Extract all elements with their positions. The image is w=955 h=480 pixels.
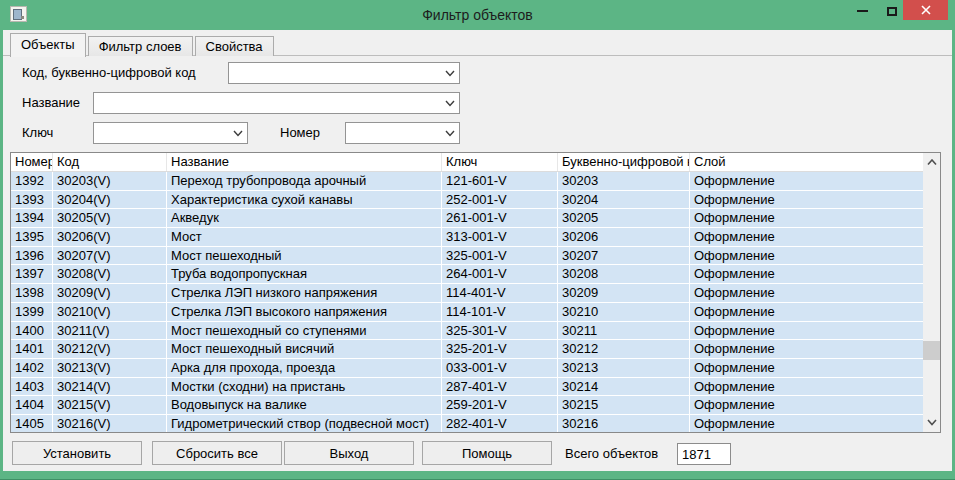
total-objects-input[interactable] (677, 443, 731, 465)
table-cell: Оформление (690, 359, 923, 377)
close-button[interactable] (903, 0, 948, 20)
table-cell: 325-301-V (442, 322, 558, 340)
table-cell: Переход трубопровода арочный (167, 172, 442, 190)
table-row[interactable]: 139330204(V)Характеристика сухой канавы2… (11, 191, 923, 210)
chevron-down-icon (927, 419, 937, 426)
maximize-button[interactable] (878, 2, 906, 20)
table-cell: 30208(V) (53, 265, 167, 283)
table-cell: Оформление (690, 247, 923, 265)
table-cell: Характеристика сухой канавы (167, 191, 442, 209)
table-cell: 252-001-V (442, 191, 558, 209)
table-cell: Оформление (690, 396, 923, 414)
table-cell: 1400 (11, 322, 53, 340)
table-cell: 033-001-V (442, 359, 558, 377)
column-header[interactable]: Код (53, 153, 167, 171)
table-cell: 30210(V) (53, 303, 167, 321)
dropdown-arrow-icon[interactable] (445, 100, 455, 107)
table-cell: Мост (167, 228, 442, 246)
key-filter-combo[interactable] (93, 122, 248, 144)
table-cell: Оформление (690, 303, 923, 321)
exit-button[interactable]: Выход (284, 441, 414, 465)
table-cell: 30213 (558, 359, 690, 377)
scroll-down-button[interactable] (923, 414, 940, 431)
table-cell: Оформление (690, 378, 923, 396)
table-row[interactable]: 139930210(V)Стрелка ЛЭП высокого напряже… (11, 303, 923, 322)
column-header[interactable]: Номер (11, 153, 53, 171)
total-objects-label: Всего объектов (565, 446, 658, 461)
table-cell: 30206 (558, 228, 690, 246)
table-row[interactable]: 140530216(V)Гидрометрический створ (подв… (11, 415, 923, 432)
table-row[interactable]: 139530206(V)Мост313-001-V30206Оформление (11, 228, 923, 247)
code-filter-input[interactable] (229, 63, 449, 83)
table-row[interactable]: 139730208(V)Труба водопропускная264-001-… (11, 265, 923, 284)
tab-layer-filter[interactable]: Фильтр слоев (88, 36, 193, 56)
table-cell: Мост пешеходный (167, 247, 442, 265)
table-header-row: НомерКодНазваниеКлючБуквенно-цифровой ко… (11, 153, 940, 172)
table-cell: 121-601-V (442, 172, 558, 190)
table-cell: Гидрометрический створ (подвесной мост) (167, 415, 442, 432)
table-cell: 30215 (558, 396, 690, 414)
titlebar[interactable]: Фильтр объектов (0, 0, 955, 30)
number-filter-label: Номер (280, 122, 320, 144)
table-cell: 30212(V) (53, 340, 167, 358)
number-filter-combo[interactable] (345, 122, 460, 144)
name-filter-combo[interactable] (93, 92, 460, 114)
table-row[interactable]: 139630207(V)Мост пешеходный325-001-V3020… (11, 247, 923, 266)
minimize-button[interactable] (848, 2, 876, 20)
table-cell: Мост пешеходный висячий (167, 340, 442, 358)
column-header[interactable]: Слой (690, 153, 940, 171)
reset-all-button[interactable]: Сбросить все (152, 441, 282, 465)
maximize-icon (887, 7, 897, 16)
table-row[interactable]: 139430205(V)Акведук261-001-V30205Оформле… (11, 209, 923, 228)
tab-properties[interactable]: Свойства (195, 36, 274, 56)
table-cell: Оформление (690, 172, 923, 190)
column-header[interactable]: Буквенно-цифровой ко (558, 153, 690, 171)
vertical-scrollbar[interactable] (923, 153, 940, 432)
table-row[interactable]: 139830209(V)Стрелка ЛЭП низкого напряжен… (11, 284, 923, 303)
code-filter-combo[interactable] (228, 62, 460, 84)
table-cell: 287-401-V (442, 378, 558, 396)
table-row[interactable]: 140330214(V)Мостки (сходни) на пристань2… (11, 378, 923, 397)
table-cell: Оформление (690, 284, 923, 302)
help-button[interactable]: Помощь (422, 441, 552, 465)
table-cell: 30203(V) (53, 172, 167, 190)
dropdown-arrow-icon[interactable] (445, 130, 455, 137)
dropdown-arrow-icon[interactable] (445, 70, 455, 77)
table-row[interactable]: 139230203(V)Переход трубопровода арочный… (11, 172, 923, 191)
minimize-icon (857, 10, 868, 12)
tab-bar: ОбъектыФильтр слоевСвойства (10, 33, 276, 56)
table-row[interactable]: 140130212(V)Мост пешеходный висячий325-2… (11, 340, 923, 359)
table-cell: 1392 (11, 172, 53, 190)
table-cell: Оформление (690, 322, 923, 340)
table-cell: Стрелка ЛЭП низкого напряжения (167, 284, 442, 302)
table-row[interactable]: 140230213(V)Арка для прохода, проезда033… (11, 359, 923, 378)
table-cell: 1403 (11, 378, 53, 396)
scroll-up-button[interactable] (923, 154, 940, 171)
tab-objects[interactable]: Объекты (10, 33, 86, 57)
code-filter-label: Код, буквенно-цифровой код (22, 62, 196, 84)
column-header[interactable]: Название (167, 153, 442, 171)
set-button[interactable]: Установить (12, 441, 142, 465)
table-cell: 1405 (11, 415, 53, 432)
table-cell: 1394 (11, 209, 53, 227)
table-cell: 30203 (558, 172, 690, 190)
name-filter-input[interactable] (94, 93, 449, 113)
dropdown-arrow-icon[interactable] (233, 130, 243, 137)
table-row[interactable]: 140430215(V)Водовыпуск на валике259-201-… (11, 396, 923, 415)
column-header[interactable]: Ключ (442, 153, 558, 171)
table-cell: 1396 (11, 247, 53, 265)
scrollbar-thumb[interactable] (923, 341, 940, 360)
table-cell: 264-001-V (442, 265, 558, 283)
table-cell: 282-401-V (442, 415, 558, 432)
number-filter-input[interactable] (346, 123, 449, 143)
table-cell: 30210 (558, 303, 690, 321)
table-cell: Стрелка ЛЭП высокого напряжения (167, 303, 442, 321)
table-cell: 30207(V) (53, 247, 167, 265)
table-cell: 114-101-V (442, 303, 558, 321)
table-cell: Водовыпуск на валике (167, 396, 442, 414)
table-row[interactable]: 140030211(V)Мост пешеходный со ступенями… (11, 322, 923, 341)
table-cell: 1404 (11, 396, 53, 414)
key-filter-input[interactable] (94, 123, 237, 143)
table-cell: 30214 (558, 378, 690, 396)
table-cell: Мост пешеходный со ступенями (167, 322, 442, 340)
